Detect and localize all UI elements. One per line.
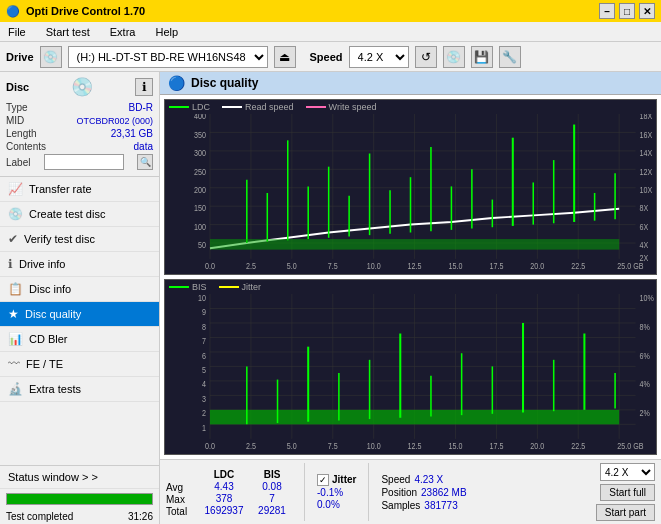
- eject-button[interactable]: ⏏: [274, 46, 296, 68]
- chart1-svg: 400 350 300 250 200 150 100 50 18X 16X 1…: [165, 114, 656, 272]
- svg-text:14X: 14X: [640, 148, 653, 158]
- svg-text:150: 150: [194, 204, 206, 214]
- jitter-checkbox[interactable]: ✓: [317, 474, 329, 486]
- svg-text:6: 6: [202, 351, 206, 361]
- svg-text:0.0: 0.0: [205, 262, 215, 272]
- disc-quality-title: Disc quality: [191, 76, 258, 90]
- svg-text:6X: 6X: [640, 222, 649, 232]
- disc-label-search-btn[interactable]: 🔍: [137, 154, 153, 170]
- svg-text:8: 8: [202, 322, 206, 332]
- legend-jitter: Jitter: [219, 282, 262, 292]
- nav-verify-test-disc[interactable]: ✔ Verify test disc: [0, 227, 159, 252]
- nav-extra-tests-label: Extra tests: [29, 383, 81, 395]
- stats-max-label: Max: [166, 494, 196, 505]
- svg-text:18X: 18X: [640, 114, 653, 122]
- menu-start-test[interactable]: Start test: [42, 24, 94, 40]
- nav-fe-te[interactable]: 〰 FE / TE: [0, 352, 159, 377]
- drive-bar: Drive 💿 (H:) HL-DT-ST BD-RE WH16NS48 1.D…: [0, 42, 661, 72]
- minimize-button[interactable]: –: [599, 3, 615, 19]
- right-panel: 🔵 Disc quality LDC Read speed: [160, 72, 661, 524]
- status-window-btn[interactable]: Status window > >: [0, 466, 159, 489]
- stats-ldc-col: LDC 4.43 378 1692937: [204, 469, 244, 516]
- progress-bar-container: [6, 493, 153, 505]
- start-full-button[interactable]: Start full: [600, 484, 655, 501]
- transfer-rate-icon: 📈: [8, 182, 23, 196]
- svg-text:15.0: 15.0: [449, 442, 463, 452]
- stats-ldc-header: LDC: [204, 469, 244, 480]
- speed-select[interactable]: 4.2 X: [349, 46, 409, 68]
- svg-text:10.0: 10.0: [367, 442, 381, 452]
- drive-select[interactable]: (H:) HL-DT-ST BD-RE WH16NS48 1.D3: [68, 46, 268, 68]
- stats-ldc-total: 1692937: [204, 505, 244, 516]
- svg-rect-67: [165, 294, 656, 452]
- disc-section: Disc 💿 ℹ Type BD-R MID OTCBDR002 (000) L…: [0, 72, 159, 177]
- maximize-button[interactable]: □: [619, 3, 635, 19]
- disc-type-label: Type: [6, 102, 28, 113]
- menu-file[interactable]: File: [4, 24, 30, 40]
- nav-create-test-disc-label: Create test disc: [29, 208, 105, 220]
- refresh-button[interactable]: ↺: [415, 46, 437, 68]
- nav-drive-info[interactable]: ℹ Drive info: [0, 252, 159, 277]
- nav-verify-test-disc-label: Verify test disc: [24, 233, 95, 245]
- settings-button[interactable]: 🔧: [499, 46, 521, 68]
- svg-text:50: 50: [198, 240, 206, 250]
- save-button[interactable]: 💾: [471, 46, 493, 68]
- app-icon: 🔵: [6, 5, 20, 18]
- legend-bis: BIS: [169, 282, 207, 292]
- svg-text:10X: 10X: [640, 185, 653, 195]
- stats-ldc-max: 378: [204, 493, 244, 504]
- start-part-button[interactable]: Start part: [596, 504, 655, 521]
- stats-bis-avg: 0.08: [252, 481, 292, 492]
- action-area: 4.2 X Start full Start part: [596, 463, 655, 521]
- drive-info-icon: ℹ: [8, 257, 13, 271]
- samples-row: Samples 381773: [381, 500, 466, 511]
- title-bar-controls: – □ ✕: [599, 3, 655, 19]
- jitter-avg: -0.1%: [317, 487, 356, 498]
- title-bar: 🔵 Opti Drive Control 1.70 – □ ✕: [0, 0, 661, 22]
- stats-row-labels: Avg Max Total: [166, 467, 196, 517]
- samples-label: Samples: [381, 500, 420, 511]
- svg-text:12X: 12X: [640, 167, 653, 177]
- svg-text:2%: 2%: [640, 409, 651, 419]
- chart-ldc: LDC Read speed Write speed: [164, 99, 657, 275]
- nav-create-test-disc[interactable]: 💿 Create test disc: [0, 202, 159, 227]
- stats-ldc-avg: 4.43: [204, 481, 244, 492]
- nav-disc-info[interactable]: 📋 Disc info: [0, 277, 159, 302]
- svg-text:17.5: 17.5: [489, 442, 503, 452]
- menu-extra[interactable]: Extra: [106, 24, 140, 40]
- nav-transfer-rate[interactable]: 📈 Transfer rate: [0, 177, 159, 202]
- stats-jitter-col: ✓ Jitter -0.1% 0.0%: [317, 474, 356, 511]
- speed-label: Speed: [310, 51, 343, 63]
- disc-button[interactable]: 💿: [443, 46, 465, 68]
- verify-test-disc-icon: ✔: [8, 232, 18, 246]
- svg-text:22.5: 22.5: [571, 442, 585, 452]
- legend-read-speed: Read speed: [222, 102, 294, 112]
- svg-text:7.5: 7.5: [328, 442, 338, 452]
- speed-dropdown[interactable]: 4.2 X: [600, 463, 655, 481]
- disc-contents-label: Contents: [6, 141, 46, 152]
- legend-write-color: [306, 106, 326, 108]
- disc-contents-value: data: [134, 141, 153, 152]
- svg-text:10: 10: [198, 294, 206, 303]
- disc-label-input[interactable]: [44, 154, 124, 170]
- svg-text:25.0 GB: 25.0 GB: [617, 442, 644, 452]
- nav-disc-quality[interactable]: ★ Disc quality: [0, 302, 159, 327]
- nav-cd-bler[interactable]: 📊 CD Bler: [0, 327, 159, 352]
- svg-text:4: 4: [202, 380, 206, 390]
- disc-mid-field: MID OTCBDR002 (000): [6, 115, 153, 126]
- fe-te-icon: 〰: [8, 357, 20, 371]
- disc-info-icon: 📋: [8, 282, 23, 296]
- close-button[interactable]: ✕: [639, 3, 655, 19]
- extra-tests-icon: 🔬: [8, 382, 23, 396]
- svg-text:6%: 6%: [640, 351, 651, 361]
- svg-text:400: 400: [194, 114, 206, 122]
- speed-value: 4.23 X: [414, 474, 443, 485]
- nav-extra-tests[interactable]: 🔬 Extra tests: [0, 377, 159, 402]
- disc-type-value: BD-R: [129, 102, 153, 113]
- menu-help[interactable]: Help: [151, 24, 182, 40]
- stats-bis-col: BIS 0.08 7 29281: [252, 469, 292, 516]
- disc-info-btn[interactable]: ℹ: [135, 78, 153, 96]
- title-bar-left: 🔵 Opti Drive Control 1.70: [6, 5, 145, 18]
- position-label: Position: [381, 487, 417, 498]
- nav-list: 📈 Transfer rate 💿 Create test disc ✔ Ver…: [0, 177, 159, 402]
